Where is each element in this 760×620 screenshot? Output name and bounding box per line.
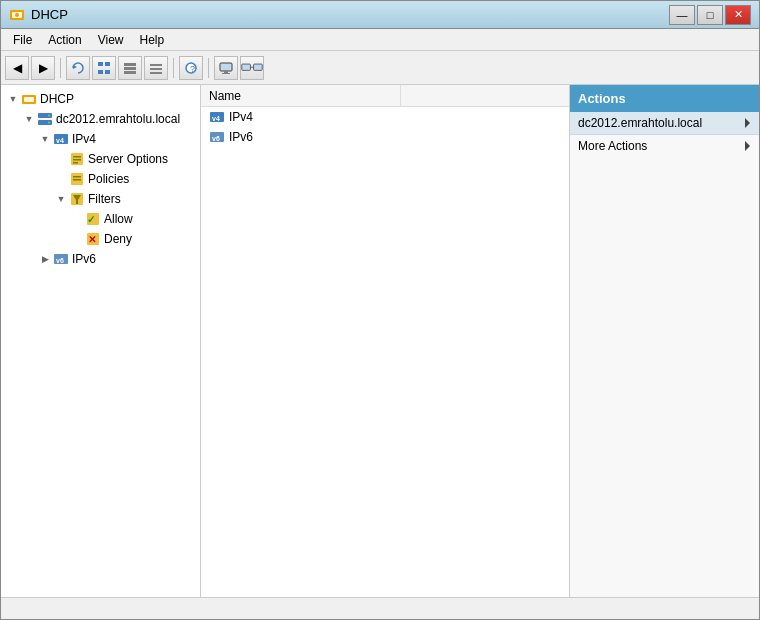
back-button[interactable]: ◀ <box>5 56 29 80</box>
tree-item-ipv4[interactable]: ▼ v4 IPv4 <box>1 129 200 149</box>
tree-label-filters: Filters <box>88 192 121 206</box>
content-ipv6-label: IPv6 <box>229 130 253 144</box>
svg-text:?: ? <box>190 64 195 74</box>
toolbar-separator-1 <box>60 58 61 78</box>
deny-icon: ✕ <box>85 231 101 247</box>
svg-rect-19 <box>242 64 251 70</box>
svg-rect-32 <box>73 159 81 161</box>
column-icon <box>123 61 137 75</box>
filters-icon <box>69 191 85 207</box>
svg-rect-11 <box>150 64 162 66</box>
menu-file[interactable]: File <box>5 31 40 49</box>
svg-marker-3 <box>73 65 77 69</box>
svg-rect-20 <box>254 64 263 70</box>
svg-rect-31 <box>73 156 81 158</box>
svg-point-26 <box>48 115 50 117</box>
actions-server-label: dc2012.emrahtolu.local <box>578 116 702 130</box>
svg-rect-12 <box>150 68 162 70</box>
content-item-ipv6[interactable]: v6 IPv6 <box>201 127 569 147</box>
toolbar-separator-3 <box>208 58 209 78</box>
dhcp-icon <box>21 91 37 107</box>
svg-rect-6 <box>98 70 103 74</box>
svg-rect-8 <box>124 63 136 66</box>
expand-allow <box>69 211 85 227</box>
tree-label-server: dc2012.emrahtolu.local <box>56 112 180 126</box>
actions-pane: Actions dc2012.emrahtolu.local More Acti… <box>569 85 759 597</box>
tree-label-dhcp: DHCP <box>40 92 74 106</box>
actions-server-item[interactable]: dc2012.emrahtolu.local <box>570 112 759 135</box>
window-title: DHCP <box>31 7 68 22</box>
menu-help[interactable]: Help <box>132 31 173 49</box>
svg-rect-9 <box>124 67 136 70</box>
svg-text:v6: v6 <box>56 257 64 264</box>
tree-view-button[interactable] <box>92 56 116 80</box>
list-button[interactable] <box>144 56 168 80</box>
close-button[interactable]: ✕ <box>725 5 751 25</box>
svg-text:✕: ✕ <box>88 234 96 245</box>
toolbar-separator-2 <box>173 58 174 78</box>
name-column-header[interactable]: Name <box>201 85 401 106</box>
tree-item-filters[interactable]: ▼ Filters <box>1 189 200 209</box>
tree-label-ipv6: IPv6 <box>72 252 96 266</box>
tree-label-ipv4: IPv4 <box>72 132 96 146</box>
tree-item-allow[interactable]: ✓ Allow <box>1 209 200 229</box>
expand-server: ▼ <box>21 111 37 127</box>
svg-rect-35 <box>73 176 81 178</box>
title-buttons: — □ ✕ <box>669 5 751 25</box>
content-ipv4-label: IPv4 <box>229 110 253 124</box>
main-area: ▼ DHCP ▼ <box>1 85 759 597</box>
actions-more-label: More Actions <box>578 139 647 153</box>
title-bar-left: DHCP <box>9 7 68 23</box>
network-button[interactable] <box>240 56 264 80</box>
content-ipv6-icon: v6 <box>209 129 225 145</box>
refresh-button[interactable] <box>66 56 90 80</box>
menu-action[interactable]: Action <box>40 31 89 49</box>
expand-ipv6: ▶ <box>37 251 53 267</box>
column-button[interactable] <box>118 56 142 80</box>
title-bar: DHCP — □ ✕ <box>1 1 759 29</box>
tree-item-server[interactable]: ▼ dc2012.emrahtolu.local <box>1 109 200 129</box>
monitor-button[interactable] <box>214 56 238 80</box>
svg-rect-5 <box>105 62 110 66</box>
ipv6-icon: v6 <box>53 251 69 267</box>
expand-deny <box>69 231 85 247</box>
tree-item-server-options[interactable]: Server Options <box>1 149 200 169</box>
allow-icon: ✓ <box>85 211 101 227</box>
svg-text:✓: ✓ <box>87 214 95 225</box>
content-item-ipv4[interactable]: v4 IPv4 <box>201 107 569 127</box>
svg-text:v6: v6 <box>212 135 220 142</box>
svg-rect-17 <box>224 71 228 73</box>
maximize-button[interactable]: □ <box>697 5 723 25</box>
svg-marker-50 <box>745 141 750 151</box>
tree-item-deny[interactable]: ✕ Deny <box>1 229 200 249</box>
menu-view[interactable]: View <box>90 31 132 49</box>
svg-rect-4 <box>98 62 103 66</box>
ipv4-icon: v4 <box>53 131 69 147</box>
svg-point-27 <box>48 122 50 124</box>
tree-item-ipv6[interactable]: ▶ v6 IPv6 <box>1 249 200 269</box>
tree-item-policies[interactable]: Policies <box>1 169 200 189</box>
expand-filters: ▼ <box>53 191 69 207</box>
expand-ipv4: ▼ <box>37 131 53 147</box>
content-header: Name <box>201 85 569 107</box>
refresh-icon <box>71 61 85 75</box>
list-icon <box>149 61 163 75</box>
minimize-button[interactable]: — <box>669 5 695 25</box>
content-pane: Name v4 IPv4 v6 <box>201 85 569 597</box>
svg-rect-16 <box>220 63 232 71</box>
svg-rect-10 <box>124 71 136 74</box>
svg-rect-33 <box>73 162 78 164</box>
forward-button[interactable]: ▶ <box>31 56 55 80</box>
expand-policies <box>53 171 69 187</box>
tree-label-deny: Deny <box>104 232 132 246</box>
tree-pane: ▼ DHCP ▼ <box>1 85 201 597</box>
server-icon <box>37 111 53 127</box>
properties-icon: ? <box>184 61 198 75</box>
svg-marker-49 <box>745 118 750 128</box>
expand-server-options <box>53 151 69 167</box>
tree-item-dhcp[interactable]: ▼ DHCP <box>1 89 200 109</box>
properties-button[interactable]: ? <box>179 56 203 80</box>
actions-header: Actions <box>570 85 759 112</box>
actions-more-actions[interactable]: More Actions <box>570 135 759 157</box>
svg-rect-18 <box>222 73 230 74</box>
